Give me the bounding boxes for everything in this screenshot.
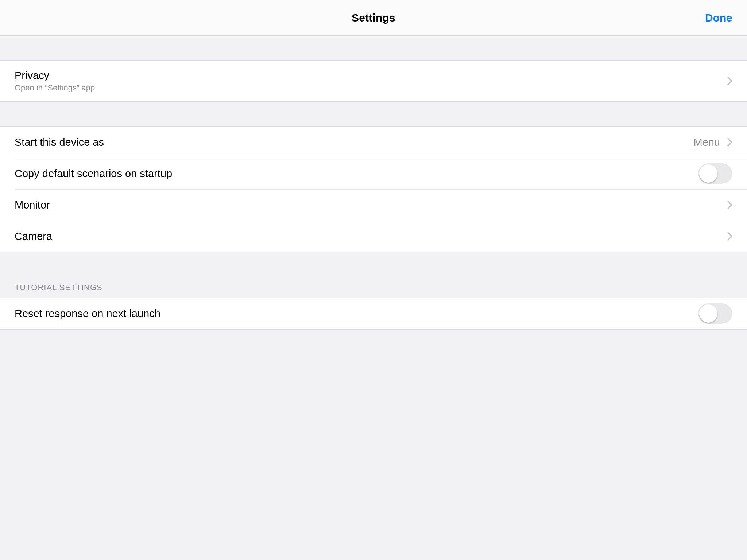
section-tutorial-header: Tutorial Settings: [0, 252, 747, 298]
navbar: Settings Done: [0, 0, 747, 36]
page-title: Settings: [352, 12, 395, 24]
row-privacy[interactable]: Privacy Open in “Settings” app: [0, 61, 747, 101]
row-reset-response[interactable]: Reset response on next launch: [0, 298, 747, 329]
section-spacer: [0, 36, 747, 60]
done-button[interactable]: Done: [705, 0, 732, 35]
chevron-right-icon: [727, 138, 732, 147]
switch-knob: [699, 304, 717, 323]
switch-knob: [699, 164, 717, 183]
reset-response-switch[interactable]: [698, 303, 732, 324]
section-tutorial: Tutorial Settings Reset response on next…: [0, 252, 747, 330]
row-titles: Privacy Open in “Settings” app: [15, 63, 725, 100]
copy-default-scenarios-switch[interactable]: [698, 163, 732, 184]
row-start-device-as-label: Start this device as: [15, 136, 104, 149]
chevron-right-icon: [727, 77, 732, 85]
chevron-right-icon: [727, 201, 732, 209]
row-camera[interactable]: Camera: [0, 221, 747, 252]
row-camera-label: Camera: [15, 230, 52, 243]
group-privacy: Privacy Open in “Settings” app: [0, 60, 747, 102]
group-tutorial: Reset response on next launch: [0, 298, 747, 330]
row-reset-response-label: Reset response on next launch: [15, 307, 160, 320]
row-privacy-title: Privacy: [15, 69, 725, 82]
row-privacy-subtitle: Open in “Settings” app: [15, 83, 725, 93]
row-monitor-label: Monitor: [15, 199, 50, 211]
section-spacer: [0, 102, 747, 126]
row-start-device-as-value: Menu: [693, 136, 720, 148]
row-start-device-as[interactable]: Start this device as Menu: [0, 127, 747, 158]
row-monitor[interactable]: Monitor: [0, 189, 747, 221]
group-general: Start this device as Menu Copy default s…: [0, 126, 747, 252]
section-general: Start this device as Menu Copy default s…: [0, 102, 747, 252]
row-copy-default-scenarios[interactable]: Copy default scenarios on startup: [0, 158, 747, 189]
chevron-right-icon: [727, 232, 732, 241]
section-privacy: Privacy Open in “Settings” app: [0, 36, 747, 102]
row-copy-default-scenarios-label: Copy default scenarios on startup: [15, 167, 172, 180]
